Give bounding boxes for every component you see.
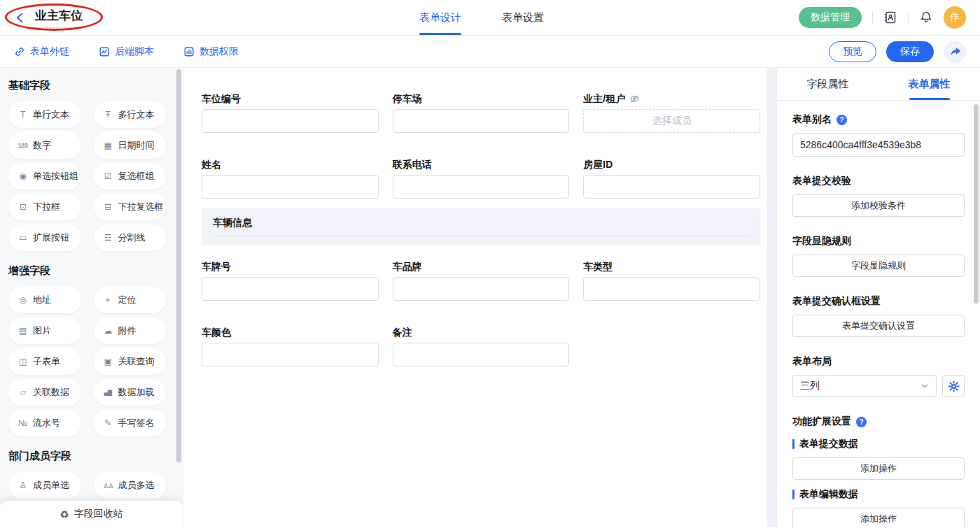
panel-scrollbar[interactable] (974, 104, 979, 304)
field-car-brand-input[interactable] (393, 277, 570, 301)
field-car-brand[interactable]: 车品牌 (393, 261, 570, 301)
share-button[interactable] (944, 41, 966, 63)
pill-label: 附件 (118, 324, 136, 337)
pill-address[interactable]: ◎地址 (8, 287, 81, 313)
pill-divider-line[interactable]: ☲分割线 (94, 224, 167, 251)
field-parking-lot[interactable]: 停车场 (393, 93, 570, 133)
member-picker[interactable]: 选择成员 (583, 109, 760, 133)
panel-body: 表单别名 ? 表单提交校验 添加校验条件 字段显隐规则 字段显隐规则 表单提交确… (777, 113, 980, 527)
form-toolbar: 表单外链 后端脚本 数据权限 预览 保存 (0, 36, 980, 68)
pill-relation-query[interactable]: ▣关联查询 (94, 348, 167, 375)
page-title[interactable]: 业主车位 (32, 7, 85, 28)
form-external-link-button[interactable]: 表单外链 (14, 45, 69, 58)
pill-single-line-text[interactable]: T单行文本 (8, 101, 81, 128)
pill-image[interactable]: ▤图片 (8, 317, 81, 344)
pill-serial-number[interactable]: №流水号 (8, 410, 81, 436)
datetime-icon: ▦ (103, 141, 113, 150)
pill-radio-group[interactable]: ◉单选按钮组 (8, 163, 81, 190)
help-icon[interactable]: ? (836, 115, 847, 125)
field-car-type-input[interactable] (583, 277, 760, 301)
pill-multi-line-text[interactable]: Ŧ多行文本 (94, 101, 167, 128)
submit-add-action-button[interactable]: 添加操作 (792, 457, 965, 480)
tab-form-settings[interactable]: 表单设置 (502, 0, 544, 35)
pill-datetime[interactable]: ▦日期时间 (94, 132, 167, 159)
pill-member-multi[interactable]: ♙♙成员多选 (94, 472, 167, 499)
pill-extend-button[interactable]: ▭扩展按钮 (8, 224, 81, 251)
field-house-id-input[interactable] (583, 175, 760, 199)
field-library-sidebar: 基础字段 T单行文本 Ŧ多行文本 123数字 ▦日期时间 ◉单选按钮组 ☑复选框… (0, 68, 183, 527)
field-label: 车品牌 (393, 261, 570, 273)
field-car-color[interactable]: 车颜色 (202, 327, 379, 366)
help-icon[interactable]: ? (856, 417, 867, 427)
pill-location[interactable]: ⌖定位 (94, 287, 167, 313)
header-left: 业主车位 (14, 7, 85, 28)
contacts-book-icon[interactable] (883, 10, 897, 24)
layout-settings-button[interactable] (942, 375, 965, 397)
tab-form-design[interactable]: 表单设计 (419, 0, 461, 35)
field-name[interactable]: 姓名 (202, 159, 379, 199)
field-label: 车颜色 (202, 327, 379, 338)
pill-label: 手写签名 (118, 417, 155, 429)
field-plate-no-input[interactable] (202, 277, 379, 301)
field-remark[interactable]: 备注 (393, 327, 570, 366)
field-house-id[interactable]: 房屋ID (583, 159, 760, 199)
edit-add-action-button[interactable]: 添加操作 (792, 508, 965, 527)
pill-attachment[interactable]: ☁附件 (94, 317, 167, 344)
pill-select[interactable]: ⊡下拉框 (8, 194, 81, 220)
field-visibility-button[interactable]: 字段显隐规则 (792, 255, 965, 277)
recycle-label: 字段回收站 (74, 508, 123, 520)
notification-bell-icon[interactable] (919, 10, 933, 24)
multi-line-text-icon: Ŧ (103, 110, 113, 120)
member-single-icon: ♙ (18, 480, 28, 490)
pill-signature[interactable]: ✎手写签名 (94, 410, 167, 436)
pill-relation-data[interactable]: ▱关联数据 (8, 379, 81, 406)
submit-confirm-button[interactable]: 表单提交确认设置 (792, 315, 965, 337)
back-button[interactable] (14, 12, 26, 24)
recycle-icon: ♻ (59, 509, 69, 520)
pill-data-load[interactable]: ▄▇数据加载 (94, 379, 167, 406)
pill-sub-form[interactable]: ◫子表单 (8, 348, 81, 375)
submit-confirm-label: 表单提交确认框设置 (792, 295, 965, 308)
section-vehicle-info[interactable]: 车辆信息 (202, 208, 760, 245)
share-arrow-icon (949, 45, 961, 57)
data-manage-button[interactable]: 数据管理 (799, 7, 862, 28)
field-space-no[interactable]: 车位编号 (202, 93, 379, 133)
field-name-input[interactable] (202, 175, 379, 199)
pill-member-single[interactable]: ♙成员单选 (8, 472, 81, 499)
form-alias-section: 表单别名 ? (792, 113, 965, 157)
enhanced-fields-section: 增强字段 ◎地址 ⌖定位 ▤图片 ☁附件 ◫子表单 ▣关联查询 ▱关联数据 ▄▇… (8, 264, 166, 436)
field-car-type[interactable]: 车类型 (583, 261, 760, 301)
tab-form-properties[interactable]: 表单属性 (878, 68, 980, 100)
toolbar-link-label: 表单外链 (30, 45, 69, 58)
save-button[interactable]: 保存 (886, 41, 934, 62)
divider (872, 11, 873, 24)
field-phone[interactable]: 联系电话 (393, 159, 570, 199)
section-divider-line (213, 236, 749, 236)
data-permission-button[interactable]: 数据权限 (183, 45, 239, 58)
form-row: 车位编号 停车场 业主/租户 选择 (202, 93, 760, 133)
field-car-color-input[interactable] (202, 343, 379, 366)
sidebar-scrollbar[interactable] (176, 69, 181, 462)
field-label: 姓名 (202, 159, 379, 171)
form-row: 姓名 联系电话 房屋ID (202, 159, 760, 199)
field-space-no-input[interactable] (202, 109, 379, 133)
location-icon: ⌖ (103, 295, 113, 305)
field-owner-tenant[interactable]: 业主/租户 选择成员 (583, 93, 760, 133)
field-plate-no[interactable]: 车牌号 (202, 261, 379, 301)
add-validation-button[interactable]: 添加校验条件 (792, 194, 965, 217)
field-recycle-bin-button[interactable]: ♻ 字段回收站 (0, 501, 183, 527)
field-phone-input[interactable] (393, 175, 570, 199)
tab-field-properties[interactable]: 字段属性 (777, 68, 878, 100)
field-parking-lot-input[interactable] (393, 109, 570, 133)
user-avatar[interactable]: 作 (944, 6, 966, 29)
pill-grid: ◎地址 ⌖定位 ▤图片 ☁附件 ◫子表单 ▣关联查询 ▱关联数据 ▄▇数据加载 … (8, 287, 166, 436)
pill-checkbox-group[interactable]: ☑复选框组 (94, 163, 167, 190)
pill-number[interactable]: 123数字 (8, 132, 81, 159)
pill-multi-select-dropdown[interactable]: ⊟下拉复选框 (94, 194, 167, 220)
layout-select[interactable]: 三列 (792, 375, 937, 397)
preview-button[interactable]: 预览 (829, 41, 876, 62)
field-remark-input[interactable] (393, 343, 570, 366)
section-title: 基础字段 (8, 79, 166, 92)
backend-script-button[interactable]: 后端脚本 (99, 45, 154, 58)
form-alias-input[interactable] (792, 133, 965, 157)
